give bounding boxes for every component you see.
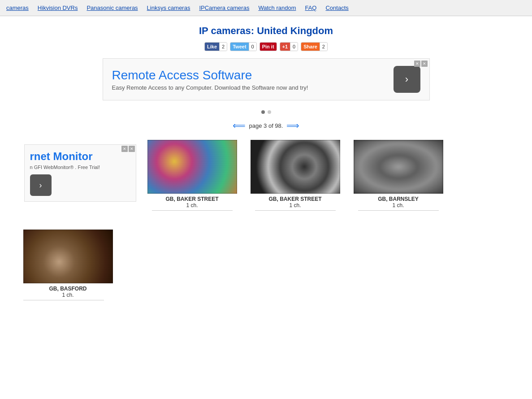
camera-location: GB, BAKER STREET (268, 196, 321, 202)
noise-overlay (251, 140, 340, 194)
fb-like-label: Like (205, 43, 219, 51)
ad-dots (261, 110, 271, 114)
camera-location: GB, BARNSLEY (378, 196, 419, 202)
camera-section: rnet Monitor n GFI WebMonitor® . Free Tr… (20, 140, 513, 319)
nav-item-ipcamera[interactable]: IPCamera cameras (195, 4, 254, 11)
camera-item: GB, BARNSLEY 1 ch. (347, 140, 450, 310)
camera-item: GB, BAKER STREET 1 ch. (244, 140, 347, 310)
camera-location: GB, BAKER STREET (165, 196, 218, 202)
noise-overlay (147, 140, 237, 194)
left-ad-arrow-button[interactable]: › (30, 174, 52, 196)
camera-divider (152, 210, 233, 211)
left-ad-inner: rnet Monitor n GFI WebMonitor® . Free Tr… (24, 144, 136, 202)
left-ad-close-icon-2[interactable]: ✕ (129, 146, 135, 152)
ad-title: Remote Access Software (112, 68, 308, 82)
noise-overlay (354, 140, 443, 194)
left-ad-description: n GFI WebMonitor® . Free Trial! (30, 165, 130, 170)
facebook-like-button[interactable]: Like 2 (204, 42, 227, 51)
camera-item-bottom: GB, BASFORD 1 ch. (20, 230, 117, 300)
fb-like-count: 2 (219, 43, 227, 51)
left-ad-close-icon-1[interactable]: ✕ (121, 146, 128, 152)
camera-channels: 1 ch. (392, 202, 404, 208)
page-title: IP cameras: United Kingdom (199, 25, 333, 37)
camera-thumbnail[interactable] (147, 140, 237, 194)
ad-close-icon-1[interactable]: ✕ (414, 61, 420, 67)
camera-channels: 1 ch. (186, 202, 198, 208)
camera-thumbnail[interactable] (354, 140, 443, 194)
camera-image (251, 140, 340, 194)
left-ad-close-icons: ✕ ✕ (121, 146, 135, 152)
ad-dot-1 (261, 110, 265, 114)
ad-text-area: Remote Access Software Easy Remote Acces… (112, 68, 308, 91)
gp-count: 0 (290, 43, 298, 51)
pagination-row: ⟸ page 3 of 98. ⟹ (233, 120, 300, 131)
pagination-prev-arrow[interactable]: ⟸ (233, 120, 246, 131)
twitter-tweet-button[interactable]: Tweet 0 (230, 42, 256, 51)
ad-close-icon-2[interactable]: ✕ (421, 61, 428, 67)
main-content: IP cameras: United Kingdom Like 2 Tweet … (0, 16, 532, 328)
camera-channels: 1 ch. (289, 202, 301, 208)
camera-image (354, 140, 443, 194)
sh-count: 2 (320, 43, 327, 51)
cameras-grid: GB, BAKER STREET 1 ch. GB, BAKER STREET … (141, 140, 450, 319)
nav-item-panasonic[interactable]: Panasonic cameras (82, 4, 142, 11)
ad-arrow-button[interactable]: › (394, 66, 420, 93)
share-button[interactable]: Share 2 (301, 42, 328, 51)
camera-thumbnail[interactable] (23, 230, 113, 283)
pinterest-pin-button[interactable]: Pin it (260, 42, 277, 51)
ad-description: Easy Remote Access to any Computer. Down… (112, 84, 308, 91)
tw-tweet-count: 0 (249, 43, 256, 51)
social-buttons-row: Like 2 Tweet 0 Pin it +1 0 Share 2 (204, 42, 328, 51)
gp-label: +1 (280, 43, 290, 51)
left-ad-block: rnet Monitor n GFI WebMonitor® . Free Tr… (20, 140, 132, 230)
camera-location: GB, BASFORD (23, 286, 113, 292)
nav-item-hikvision[interactable]: Hikvision DVRs (33, 4, 82, 11)
ad-dot-2 (268, 110, 271, 114)
camera-divider (358, 210, 439, 211)
camera-image (147, 140, 237, 194)
camera-image (23, 230, 113, 283)
nav-item-contacts[interactable]: Contacts (321, 4, 353, 11)
pagination-text: page 3 of 98. (249, 122, 283, 129)
tw-tweet-label: Tweet (230, 43, 248, 51)
navigation-bar: cameras Hikvision DVRs Panasonic cameras… (0, 0, 532, 16)
sh-label: Share (301, 43, 320, 51)
ad-close-icons: ✕ ✕ (414, 61, 428, 67)
pin-label: Pin it (260, 43, 277, 51)
google-plus-button[interactable]: +1 0 (280, 42, 298, 51)
camera-divider (23, 300, 104, 300)
nav-item-faq[interactable]: FAQ (300, 4, 321, 11)
nav-item-linksys[interactable]: Linksys cameras (143, 4, 195, 11)
pagination-next-arrow[interactable]: ⟹ (286, 120, 299, 131)
nav-item-cameras[interactable]: cameras (2, 4, 33, 11)
left-ad-title: rnet Monitor (30, 150, 130, 163)
camera-thumbnail[interactable] (251, 140, 340, 194)
camera-divider (255, 210, 336, 211)
nav-item-watch-random[interactable]: Watch random (254, 4, 300, 11)
top-ad-banner: Remote Access Software Easy Remote Acces… (103, 58, 430, 100)
camera-channels: 1 ch. (23, 292, 113, 298)
camera-item: GB, BAKER STREET 1 ch. (141, 140, 244, 310)
noise-overlay (23, 230, 113, 283)
